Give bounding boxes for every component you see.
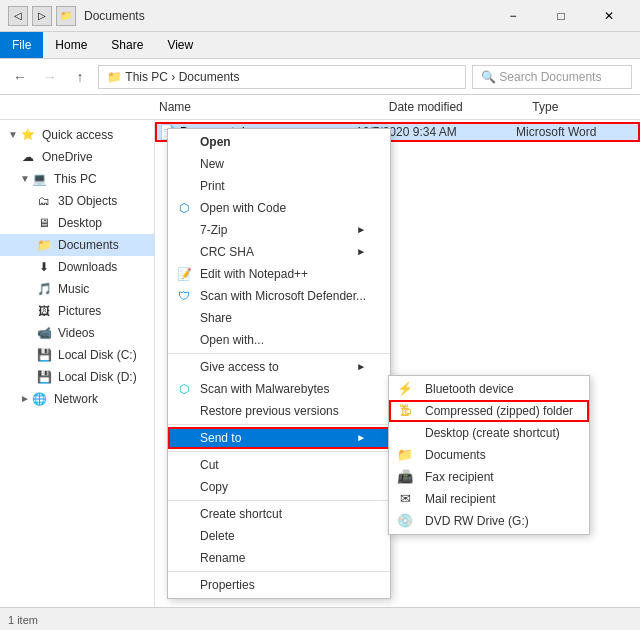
menu-item-rename[interactable]: Rename [168, 547, 390, 569]
maximize-button[interactable]: □ [538, 0, 584, 32]
col-header-date[interactable]: Date modified [389, 100, 533, 114]
menu-item-open[interactable]: Open [168, 131, 390, 153]
disk-d-icon: 💾 [36, 369, 52, 385]
sidebar-item-videos[interactable]: 📹 Videos [0, 322, 154, 344]
separator-4 [168, 500, 390, 501]
tab-share[interactable]: Share [99, 32, 155, 58]
submenu-label-bluetooth: Bluetooth device [425, 382, 514, 396]
address-path[interactable]: 📁 This PC › Documents [98, 65, 466, 89]
sidebar-item-downloads[interactable]: ⬇ Downloads [0, 256, 154, 278]
tab-home[interactable]: Home [43, 32, 99, 58]
menu-item-open-with-code[interactable]: ⬡ Open with Code [168, 197, 390, 219]
menu-item-7zip[interactable]: 7-Zip ► [168, 219, 390, 241]
close-button[interactable]: ✕ [586, 0, 632, 32]
dvd-icon: 💿 [397, 513, 413, 529]
downloads-icon: ⬇ [36, 259, 52, 275]
menu-item-crc-sha[interactable]: CRC SHA ► [168, 241, 390, 263]
onedrive-icon: ☁ [20, 149, 36, 165]
menu-label-defender: Scan with Microsoft Defender... [200, 289, 366, 303]
menu-label-send-to: Send to [200, 431, 241, 445]
menu-item-share[interactable]: Share [168, 307, 390, 329]
menu-label-rename: Rename [200, 551, 245, 565]
ribbon-tabs: File Home Share View [0, 32, 640, 58]
col-header-name[interactable]: Name [155, 100, 389, 114]
sidebar-item-local-disk-d[interactable]: 💾 Local Disk (D:) [0, 366, 154, 388]
submenu-arrow-access: ► [340, 361, 366, 372]
submenu-item-bluetooth[interactable]: ⚡ Bluetooth device [389, 378, 589, 400]
defender-icon: 🛡 [176, 288, 192, 304]
sidebar-item-pictures[interactable]: 🖼 Pictures [0, 300, 154, 322]
sidebar-item-3d-objects[interactable]: 🗂 3D Objects [0, 190, 154, 212]
sidebar-item-documents[interactable]: 📁 Documents [0, 234, 154, 256]
menu-label-open-code: Open with Code [200, 201, 286, 215]
menu-item-properties[interactable]: Properties [168, 574, 390, 596]
menu-label-delete: Delete [200, 529, 235, 543]
this-pc-icon: 💻 [32, 171, 48, 187]
submenu-label-desktop: Desktop (create shortcut) [425, 426, 560, 440]
sidebar-label-this-pc: This PC [54, 172, 97, 186]
menu-item-cut[interactable]: Cut [168, 454, 390, 476]
tab-view[interactable]: View [155, 32, 205, 58]
sidebar-label-quick-access: Quick access [42, 128, 113, 142]
sidebar-item-onedrive[interactable]: ☁ OneDrive [0, 146, 154, 168]
menu-label-give-access: Give access to [200, 360, 279, 374]
separator-2 [168, 424, 390, 425]
menu-item-create-shortcut[interactable]: Create shortcut [168, 503, 390, 525]
submenu-arrow-7zip: ► [340, 224, 366, 235]
chevron-icon: ▼ [8, 129, 18, 140]
sidebar-item-local-disk-c[interactable]: 💾 Local Disk (C:) [0, 344, 154, 366]
menu-label-malwarebytes: Scan with Malwarebytes [200, 382, 329, 396]
sidebar-item-network[interactable]: ► 🌐 Network [0, 388, 154, 410]
path-documents[interactable]: Documents [179, 70, 240, 84]
title-bar-icons: ◁ ▷ 📁 [8, 6, 76, 26]
window-title: Documents [84, 9, 145, 23]
submenu-label-documents: Documents [425, 448, 486, 462]
submenu-item-desktop[interactable]: Desktop (create shortcut) [389, 422, 589, 444]
sidebar-item-music[interactable]: 🎵 Music [0, 278, 154, 300]
submenu-item-compressed[interactable]: 🗜 Compressed (zipped) folder [389, 400, 589, 422]
col-header-type[interactable]: Type [532, 100, 640, 114]
3d-icon: 🗂 [36, 193, 52, 209]
minimize-button[interactable]: − [490, 0, 536, 32]
disk-c-icon: 💾 [36, 347, 52, 363]
sidebar-item-quick-access[interactable]: ▼ ⭐ Quick access [0, 124, 154, 146]
desktop-icon: 🖥 [36, 215, 52, 231]
menu-label-new: New [200, 157, 224, 171]
malwarebytes-icon: ⬡ [176, 381, 192, 397]
title-icon-forward: ▷ [32, 6, 52, 26]
menu-item-new[interactable]: New [168, 153, 390, 175]
menu-item-scan-defender[interactable]: 🛡 Scan with Microsoft Defender... [168, 285, 390, 307]
menu-label-share: Share [200, 311, 232, 325]
menu-item-send-to[interactable]: Send to ► [168, 427, 390, 449]
submenu-arrow-crc: ► [340, 246, 366, 257]
submenu-item-fax[interactable]: 📠 Fax recipient [389, 466, 589, 488]
menu-label-print: Print [200, 179, 225, 193]
menu-item-copy[interactable]: Copy [168, 476, 390, 498]
menu-item-scan-malwarebytes[interactable]: ⬡ Scan with Malwarebytes [168, 378, 390, 400]
bluetooth-icon: ⚡ [397, 381, 413, 397]
submenu-item-documents[interactable]: 📁 Documents [389, 444, 589, 466]
menu-item-delete[interactable]: Delete [168, 525, 390, 547]
sidebar-label-local-c: Local Disk (C:) [58, 348, 137, 362]
menu-item-print[interactable]: Print [168, 175, 390, 197]
menu-item-restore[interactable]: Restore previous versions [168, 400, 390, 422]
menu-item-edit-notepad[interactable]: 📝 Edit with Notepad++ [168, 263, 390, 285]
vscode-icon: ⬡ [176, 200, 192, 216]
menu-item-give-access[interactable]: Give access to ► [168, 356, 390, 378]
sidebar-item-desktop[interactable]: 🖥 Desktop [0, 212, 154, 234]
back-button[interactable]: ← [8, 65, 32, 89]
tab-file[interactable]: File [0, 32, 43, 58]
up-button[interactable]: ↑ [68, 65, 92, 89]
forward-button[interactable]: → [38, 65, 62, 89]
menu-item-open-with[interactable]: Open with... [168, 329, 390, 351]
menu-label-open: Open [200, 135, 231, 149]
documents-icon: 📁 [36, 237, 52, 253]
videos-icon: 📹 [36, 325, 52, 341]
sidebar-item-this-pc[interactable]: ▼ 💻 This PC [0, 168, 154, 190]
submenu-label-fax: Fax recipient [425, 470, 494, 484]
path-thispc[interactable]: This PC [125, 70, 168, 84]
submenu-item-dvd[interactable]: 💿 DVD RW Drive (G:) [389, 510, 589, 532]
search-box[interactable]: 🔍 Search Documents [472, 65, 632, 89]
notepad-icon: 📝 [176, 266, 192, 282]
submenu-item-mail[interactable]: ✉ Mail recipient [389, 488, 589, 510]
